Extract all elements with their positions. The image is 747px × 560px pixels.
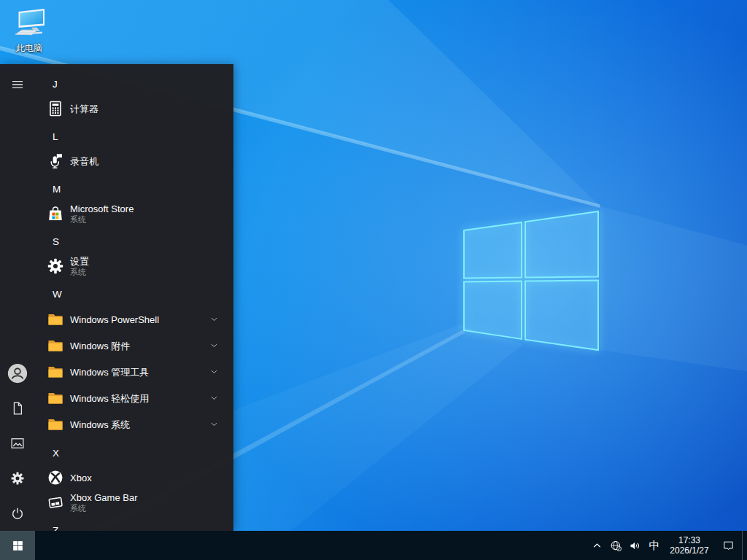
app-item-label: Xbox: [70, 472, 92, 483]
app-list-letter-j[interactable]: J: [35, 71, 233, 96]
folder-icon: [47, 337, 64, 354]
app-list-letter-m[interactable]: M: [35, 176, 233, 201]
app-item-label: 录音机: [70, 156, 98, 167]
app-list-letter-l[interactable]: L: [35, 124, 233, 149]
letter-header-label: S: [53, 236, 59, 247]
folder-icon: [47, 363, 64, 381]
power-icon: [10, 506, 25, 521]
app-item-label: 计算器: [70, 104, 98, 114]
app-item-label: Windows 附件: [70, 341, 130, 351]
app-item-xbox[interactable]: Xbox: [35, 465, 233, 490]
gear-icon: [10, 471, 25, 486]
globe-no-internet-icon: [610, 540, 622, 552]
folder-item-windows-ease-of-access[interactable]: Windows 轻松使用: [35, 385, 233, 411]
speaker-icon: [629, 540, 641, 552]
folder-item-windows-accessories[interactable]: Windows 附件: [35, 332, 233, 359]
action-center-button[interactable]: [714, 531, 742, 560]
app-item-label: 设置: [70, 256, 89, 267]
notification-icon: [722, 540, 735, 552]
folder-icon: [47, 311, 64, 328]
user-account-button[interactable]: [0, 356, 35, 391]
folder-item-windows-powershell[interactable]: Windows PowerShell: [35, 306, 233, 332]
app-item-sublabel: 系统: [70, 215, 133, 225]
app-list-letter-w[interactable]: W: [35, 281, 233, 306]
letter-header-label: Z: [53, 525, 58, 532]
user-icon: [7, 362, 28, 384]
letter-header-label: X: [53, 448, 59, 459]
desktop-icon-label: 此电脑: [16, 42, 42, 55]
app-item-label: Windows 管理工具: [70, 367, 149, 378]
start-menu-rail: [0, 64, 35, 531]
start-button[interactable]: [0, 531, 35, 560]
app-item-xbox-game-bar[interactable]: Xbox Game Bar 系统: [35, 490, 233, 515]
calculator-icon: [47, 100, 64, 117]
chevron-down-icon[interactable]: [209, 315, 219, 324]
app-item-microsoft-store[interactable]: Microsoft Store 系统: [35, 201, 233, 226]
store-icon: [47, 205, 64, 222]
app-item-settings[interactable]: 设置 系统: [35, 254, 233, 279]
volume-button[interactable]: [625, 531, 644, 560]
start-menu: J 计算器 L 录音机 M Microsoft Store 系统 S 设置 系统…: [0, 64, 233, 531]
app-item-label: Xbox Game Bar: [70, 492, 138, 503]
folder-icon: [47, 416, 64, 433]
folder-item-windows-admin-tools[interactable]: Windows 管理工具: [35, 359, 233, 385]
letter-header-label: J: [53, 79, 58, 90]
taskbar-clock[interactable]: 17:33 2026/1/27: [665, 531, 714, 560]
app-item-label: Windows PowerShell: [70, 314, 159, 325]
app-item-sublabel: 系统: [70, 268, 89, 277]
clock-date: 2026/1/27: [670, 545, 708, 556]
chevron-down-icon[interactable]: [209, 368, 219, 377]
chevron-down-icon[interactable]: [209, 420, 219, 429]
network-status-button[interactable]: [606, 531, 625, 560]
taskbar: 中 17:33 2026/1/27: [0, 531, 747, 560]
letter-header-label: M: [53, 184, 61, 195]
app-item-label: Windows 轻松使用: [70, 393, 149, 404]
hamburger-icon: [10, 77, 25, 92]
folder-item-windows-system[interactable]: Windows 系统: [35, 411, 233, 438]
app-list-letter-z[interactable]: Z: [35, 518, 233, 531]
show-desktop-button[interactable]: [742, 531, 746, 560]
xbox-icon: [47, 469, 64, 486]
letter-header-label: W: [53, 289, 62, 300]
desktop-icon-this-pc[interactable]: 此电脑: [7, 4, 51, 57]
windows-logo-icon: [12, 540, 24, 552]
pictures-icon: [10, 436, 25, 451]
computer-icon: [12, 7, 47, 42]
mic-icon: [47, 152, 64, 170]
documents-button[interactable]: [0, 391, 35, 426]
document-icon: [10, 401, 25, 416]
clock-time: 17:33: [678, 535, 700, 545]
system-tray: 中 17:33 2026/1/27: [587, 531, 747, 560]
app-item-label: Windows 系统: [70, 419, 130, 430]
ime-indicator[interactable]: 中: [644, 531, 665, 560]
app-item-voice-recorder[interactable]: 录音机: [35, 149, 233, 174]
app-list-letter-s[interactable]: S: [35, 229, 233, 254]
wallpaper-windows-logo: [462, 209, 600, 352]
power-button[interactable]: [0, 496, 35, 531]
folder-icon: [47, 389, 64, 407]
chevron-down-icon[interactable]: [209, 394, 219, 403]
settings-rail-button[interactable]: [0, 461, 35, 496]
show-hidden-icons-button[interactable]: [587, 531, 606, 560]
app-item-sublabel: 系统: [70, 504, 138, 513]
expand-menu-button[interactable]: [0, 67, 35, 102]
pictures-button[interactable]: [0, 426, 35, 461]
chevron-up-icon: [591, 540, 603, 552]
app-item-label: Microsoft Store: [70, 203, 133, 214]
app-list: J 计算器 L 录音机 M Microsoft Store 系统 S 设置 系统…: [35, 64, 233, 531]
chevron-down-icon[interactable]: [209, 341, 219, 351]
app-item-calculator[interactable]: 计算器: [35, 96, 233, 121]
gamebar-icon: [47, 494, 64, 511]
gear-icon: [47, 257, 64, 275]
app-list-letter-x[interactable]: X: [35, 440, 233, 465]
letter-header-label: L: [53, 131, 58, 142]
